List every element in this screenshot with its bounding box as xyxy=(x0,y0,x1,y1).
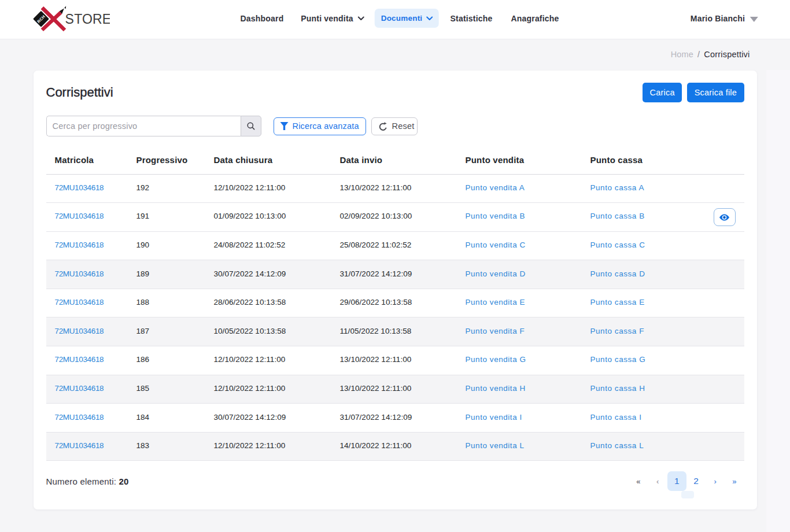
svg-text:STORE: STORE xyxy=(65,12,110,27)
